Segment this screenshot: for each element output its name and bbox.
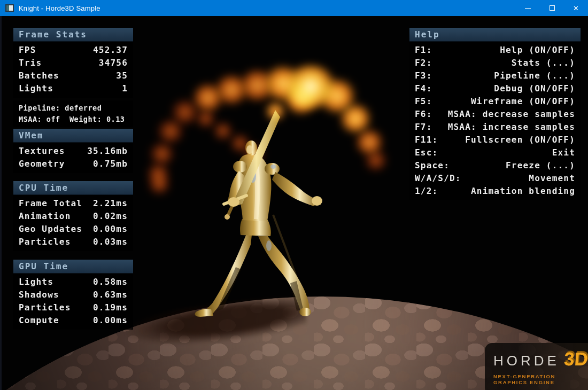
window-title: Knight - Horde3D Sample xyxy=(19,4,100,12)
maximize-button[interactable] xyxy=(540,0,564,16)
cpu-time-panel: CPU Time Frame Total2.21msAnimation0.02m… xyxy=(13,181,133,251)
minimize-icon xyxy=(525,8,531,9)
fire-blob xyxy=(363,150,388,170)
maximize-icon xyxy=(550,5,555,11)
help-row: F3:Pipeline (...) xyxy=(415,69,575,82)
help-key: F7: xyxy=(415,122,432,132)
stat-row: Lights1 xyxy=(19,82,128,95)
stat-value: 0.00ms xyxy=(93,315,128,325)
app-icon xyxy=(5,4,14,12)
stat-label: Particles xyxy=(19,302,71,313)
fire-blob xyxy=(214,75,249,104)
stat-value: 0.00ms xyxy=(93,224,128,234)
pipeline-line: Pipeline: deferred xyxy=(19,103,128,114)
fire-blob xyxy=(238,70,276,100)
stat-row: Tris34756 xyxy=(19,56,128,69)
help-action: MSAA: increase samples xyxy=(448,122,575,132)
help-key: F11: xyxy=(415,135,438,145)
logo-brand-row: HORDE 3D xyxy=(493,352,588,369)
stat-value: 0.19ms xyxy=(93,302,128,313)
stat-row: Frame Total2.21ms xyxy=(19,197,128,209)
gpu-time-title: GPU Time xyxy=(13,260,133,274)
help-key: F5: xyxy=(415,96,432,106)
help-row: Esc:Exit xyxy=(415,146,575,159)
minimize-button[interactable] xyxy=(516,0,540,16)
vmem-body: Textures35.16mbGeometry0.75mb xyxy=(13,143,133,173)
vmem-title: VMem xyxy=(13,129,133,143)
help-action: Help (ON/OFF) xyxy=(500,45,575,55)
render-viewport[interactable]: Frame Stats FPS452.37Tris34756Batches35L… xyxy=(0,16,588,390)
window-titlebar[interactable]: Knight - Horde3D Sample ✕ xyxy=(0,0,588,16)
fire-blob xyxy=(354,130,384,154)
knight-figure xyxy=(178,102,344,331)
horde3d-logo: HORDE 3D NEXT-GENERATION GRAPHICS ENGINE xyxy=(485,343,588,390)
help-row: F7:MSAA: increase samples xyxy=(415,120,575,133)
close-button[interactable]: ✕ xyxy=(564,0,588,16)
help-action: Fullscreen (ON/OFF) xyxy=(465,135,575,145)
help-key: Space: xyxy=(415,160,450,170)
fire-blob xyxy=(148,175,171,194)
help-row: F5:Wireframe (ON/OFF) xyxy=(415,95,575,107)
gpu-time-panel: GPU Time Lights0.58msShadows0.63msPartic… xyxy=(13,260,133,330)
stat-row: Shadows0.63ms xyxy=(19,288,128,301)
stat-row: Particles0.03ms xyxy=(19,235,128,248)
help-key: F3: xyxy=(415,71,432,81)
help-row: Space:Freeze (...) xyxy=(415,159,575,171)
fire-blob xyxy=(149,143,175,165)
help-action: Debug (ON/OFF) xyxy=(494,83,575,93)
fire-blob xyxy=(261,66,304,101)
pipeline-info: Pipeline: deferred MSAA: off Weight: 0.1… xyxy=(13,100,133,127)
help-key: F6: xyxy=(415,109,432,119)
stat-label: Shadows xyxy=(19,290,59,300)
stat-value: 0.03ms xyxy=(93,237,128,247)
stat-value: 0.63ms xyxy=(93,290,128,300)
help-action: Movement xyxy=(529,173,575,183)
help-key: F2: xyxy=(415,58,432,68)
stat-label: Textures xyxy=(19,146,65,156)
help-action: MSAA: decrease samples xyxy=(448,109,575,119)
stat-value: 0.58ms xyxy=(93,277,128,287)
stat-value: 34756 xyxy=(99,58,128,68)
stat-value: 35 xyxy=(116,71,128,81)
help-row: F1:Help (ON/OFF) xyxy=(415,43,575,56)
stat-row: Geo Updates0.00ms xyxy=(19,222,128,235)
help-row: F11:Fullscreen (ON/OFF) xyxy=(415,133,575,146)
stat-label: Compute xyxy=(19,315,59,325)
logo-3d-text: 3D xyxy=(563,352,588,366)
vmem-panel: VMem Textures35.16mbGeometry0.75mb xyxy=(13,129,133,173)
help-row: F6:MSAA: decrease samples xyxy=(415,107,575,120)
stat-label: Geo Updates xyxy=(19,224,82,234)
stat-row: Batches35 xyxy=(19,69,128,82)
stat-value: 35.16mb xyxy=(87,146,128,156)
help-action: Wireframe (ON/OFF) xyxy=(471,96,575,106)
stat-value: 1 xyxy=(122,83,128,93)
stat-label: Animation xyxy=(19,211,71,221)
help-action: Exit xyxy=(552,147,575,158)
help-key: Esc: xyxy=(415,147,438,158)
stat-row: Compute0.00ms xyxy=(19,314,128,326)
stat-row: FPS452.37 xyxy=(19,43,128,56)
help-action: Stats (...) xyxy=(512,58,575,68)
fire-blob xyxy=(146,163,171,184)
stat-label: FPS xyxy=(19,45,36,55)
stat-label: Lights xyxy=(19,83,53,93)
cpu-time-title: CPU Time xyxy=(13,181,133,195)
stat-row: Particles0.19ms xyxy=(19,301,128,314)
help-key: W/A/S/D: xyxy=(415,173,461,183)
stat-label: Particles xyxy=(19,237,71,247)
stat-value: 0.75mb xyxy=(93,159,128,169)
msaa-weight-line: MSAA: off Weight: 0.13 xyxy=(19,114,128,125)
help-key: F1: xyxy=(415,45,432,55)
gpu-time-body: Lights0.58msShadows0.63msParticles0.19ms… xyxy=(13,274,133,330)
frame-stats-panel: Frame Stats FPS452.37Tris34756Batches35L… xyxy=(13,28,133,98)
logo-brand-text: HORDE xyxy=(493,353,560,369)
stat-label: Lights xyxy=(19,277,53,287)
help-action: Freeze (...) xyxy=(506,160,575,170)
help-action: Pipeline (...) xyxy=(494,71,575,81)
stat-row: Animation0.02ms xyxy=(19,209,128,222)
stat-value: 0.02ms xyxy=(93,211,128,221)
help-row: F2:Stats (...) xyxy=(415,56,575,69)
stat-row: Lights0.58ms xyxy=(19,275,128,288)
help-row: 1/2:Animation blending xyxy=(415,184,575,197)
stat-label: Frame Total xyxy=(19,198,82,208)
